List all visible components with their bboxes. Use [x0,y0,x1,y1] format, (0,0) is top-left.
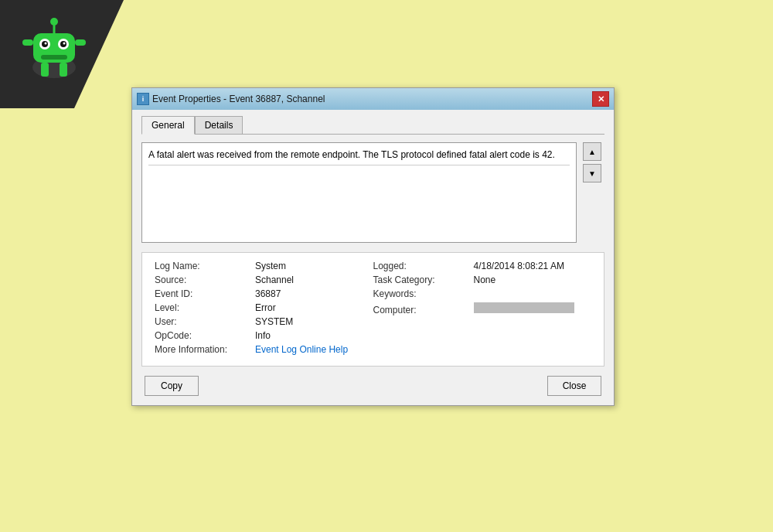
level-value: Error [255,302,276,313]
prop-log-name: Log Name: System [155,261,373,271]
computer-value-redacted [474,302,574,313]
close-button[interactable]: Close [547,376,601,396]
opcode-label: OpCode: [155,330,255,341]
source-label: Source: [155,275,255,285]
prop-logged: Logged: 4/18/2014 8:08:21 AM [373,261,592,271]
prop-user: User: SYSTEM [155,316,373,327]
message-text: A fatal alert was received from the remo… [148,149,555,160]
logo-area [15,8,93,85]
prop-keywords: Keywords: [373,288,592,299]
message-wrapper: A fatal alert was received from the remo… [141,142,577,243]
dialog-title: Event Properties - Event 36887, Schannel [152,94,325,104]
title-bar-left: i Event Properties - Event 36887, Schann… [137,93,325,105]
svg-point-9 [50,18,58,26]
prop-opcode: OpCode: Info [155,330,373,341]
app-logo [19,12,89,81]
svg-rect-11 [41,63,49,77]
svg-rect-10 [41,55,67,60]
level-label: Level: [155,302,255,313]
opcode-value: Info [255,330,271,341]
log-name-label: Log Name: [155,261,255,271]
tab-details[interactable]: Details [195,116,243,135]
message-box: A fatal alert was received from the remo… [141,142,577,243]
task-category-label: Task Category: [373,275,474,285]
dialog-icon: i [137,93,149,105]
title-bar: i Event Properties - Event 36887, Schann… [132,88,614,110]
user-value: SYSTEM [255,316,293,327]
dialog-buttons: Copy Close [141,376,604,396]
prop-level: Level: Error [155,302,373,313]
tab-bar: General Details [141,116,604,135]
more-info-label: More Information: [155,344,255,355]
logged-label: Logged: [373,261,474,271]
user-label: User: [155,316,255,327]
scroll-down-button[interactable]: ▼ [583,164,601,182]
event-properties-dialog: i Event Properties - Event 36887, Schann… [131,87,615,406]
properties-two-col: Log Name: System Source: Schannel Event … [155,261,591,358]
scroll-up-button[interactable]: ▲ [583,142,601,161]
svg-rect-12 [60,63,67,77]
svg-rect-14 [75,39,86,46]
computer-label: Computer: [373,305,474,315]
svg-point-7 [63,43,66,45]
close-x-button[interactable]: ✕ [592,91,609,107]
logged-value: 4/18/2014 8:08:21 AM [474,261,564,271]
prop-event-id: Event ID: 36887 [155,288,373,299]
scroll-arrows: ▲ ▼ [583,142,601,182]
log-name-value: System [255,261,286,271]
properties-area: Log Name: System Source: Schannel Event … [141,252,604,367]
dialog-content: General Details A fatal alert was receiv… [132,110,614,405]
task-category-value: None [474,275,496,285]
tab-general[interactable]: General [141,116,195,135]
svg-point-6 [45,43,47,45]
prop-computer: Computer: [373,302,592,315]
event-log-online-help-link[interactable]: Event Log Online Help [255,344,348,355]
source-value: Schannel [255,275,294,285]
prop-task-category: Task Category: None [373,275,592,285]
props-right-col: Logged: 4/18/2014 8:08:21 AM Task Catego… [373,261,592,358]
props-left-col: Log Name: System Source: Schannel Event … [155,261,373,358]
copy-button[interactable]: Copy [145,376,199,396]
prop-source: Source: Schannel [155,275,373,285]
event-id-value: 36887 [255,288,281,299]
svg-rect-13 [22,39,33,46]
keywords-label: Keywords: [373,288,474,299]
event-id-label: Event ID: [155,288,255,299]
prop-more-info: More Information: Event Log Online Help [155,344,373,355]
